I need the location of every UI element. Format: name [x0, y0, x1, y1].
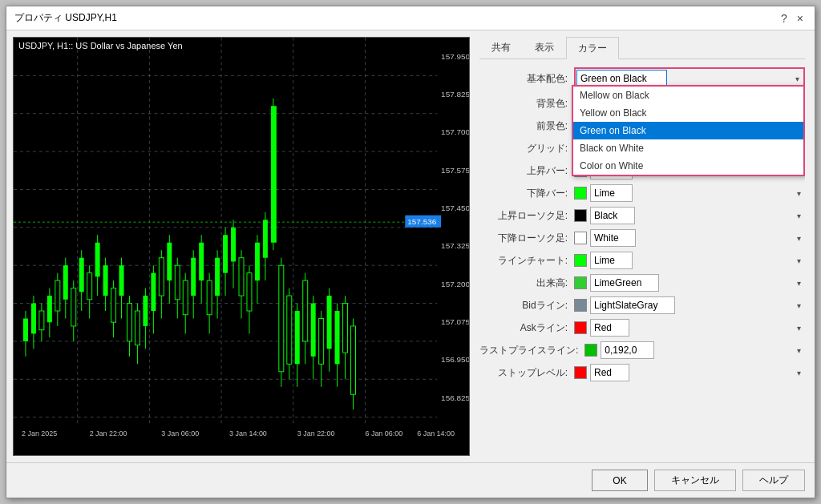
dropdown-item-yellow[interactable]: Yellow on Black: [573, 104, 803, 122]
ask-control: Red: [574, 319, 805, 337]
dekidaka-select-wrapper: LimeGreen: [590, 274, 805, 292]
josho-candle-select[interactable]: Black: [590, 207, 635, 224]
chart-area: USDJPY, H1:: US Dollar vs Japanese Yen: [13, 37, 470, 456]
grid-label: グリッド:: [479, 142, 568, 155]
svg-rect-27: [23, 318, 28, 341]
last-price-row: ラストプライスライン: 0,192,0: [479, 341, 805, 359]
stop-row: ストップレベル: Red: [479, 364, 805, 381]
kakou-candle-swatch[interactable]: [574, 232, 587, 244]
svg-text:3 Jan 22:00: 3 Jan 22:00: [297, 430, 335, 438]
dekidaka-swatch[interactable]: [574, 276, 587, 289]
svg-rect-47: [103, 265, 108, 296]
kakou-bar-select-wrapper: Lime: [590, 184, 805, 202]
line-chart-label: ラインチャート:: [479, 254, 568, 268]
kakou-candle-control: White: [574, 229, 805, 247]
last-price-select-wrapper: 0,192,0: [601, 341, 805, 359]
svg-text:6 Jan 14:00: 6 Jan 14:00: [417, 430, 455, 438]
cancel-button[interactable]: キャンセル: [654, 470, 736, 491]
dekidaka-select[interactable]: LimeGreen: [590, 274, 659, 292]
svg-text:156.825: 156.825: [441, 393, 469, 402]
ask-label: Askライン:: [479, 321, 568, 335]
tab-hyoji[interactable]: 表示: [523, 37, 566, 58]
svg-text:157.200: 157.200: [441, 280, 469, 288]
last-price-control: 0,192,0: [584, 341, 805, 359]
kakou-candle-label: 下降ローソク足:: [479, 232, 568, 245]
stop-select[interactable]: Red: [590, 364, 629, 381]
svg-rect-43: [87, 273, 92, 300]
svg-text:3 Jan 06:00: 3 Jan 06:00: [161, 430, 199, 438]
svg-rect-45: [95, 243, 100, 277]
josho-candle-swatch[interactable]: [574, 209, 587, 222]
svg-rect-69: [191, 258, 196, 296]
bid-label: Bidライン:: [479, 299, 568, 312]
svg-rect-35: [55, 280, 60, 311]
svg-rect-65: [175, 265, 180, 300]
kihon-row: 基本配色: Mellow on Black Yellow on Black Gr…: [479, 67, 805, 90]
dekidaka-label: 出来高:: [479, 276, 568, 290]
kihon-label: 基本配色:: [479, 72, 568, 86]
chart-title: USDJPY, H1:: US Dollar vs Japanese Yen: [18, 41, 183, 50]
svg-text:157.075: 157.075: [441, 317, 469, 326]
tab-kyoyu[interactable]: 共有: [479, 37, 523, 58]
bid-swatch[interactable]: [574, 299, 587, 312]
help-btn[interactable]: ヘルプ: [742, 470, 805, 491]
dropdown-item-green[interactable]: Green on Black: [573, 122, 803, 139]
svg-rect-107: [343, 304, 348, 353]
settings-rows: 基本配色: Mellow on Black Yellow on Black Gr…: [479, 67, 805, 456]
svg-rect-71: [199, 243, 204, 280]
svg-rect-105: [335, 311, 340, 364]
svg-rect-59: [151, 273, 156, 311]
svg-text:156.950: 156.950: [441, 356, 469, 365]
dialog-title: プロパティ USDJPY,H1: [14, 11, 117, 25]
bid-select[interactable]: LightSlateGray: [590, 296, 675, 314]
dekidaka-control: LimeGreen: [574, 274, 805, 292]
ok-button[interactable]: OK: [592, 470, 648, 491]
svg-text:157.700: 157.700: [441, 127, 469, 136]
svg-rect-103: [327, 296, 332, 349]
josho-candle-row: 上昇ローソク足: Black: [479, 207, 805, 224]
stop-swatch[interactable]: [574, 366, 587, 379]
svg-rect-95: [295, 311, 300, 364]
ask-swatch[interactable]: [574, 321, 587, 334]
svg-text:6 Jan 06:00: 6 Jan 06:00: [365, 430, 402, 438]
svg-rect-67: [183, 280, 188, 315]
stop-control: Red: [574, 364, 805, 381]
help-button[interactable]: ?: [778, 12, 791, 25]
dialog-body: USDJPY, H1:: US Dollar vs Japanese Yen: [6, 30, 815, 462]
kakou-candle-row: 下降ローソク足: White: [479, 229, 805, 247]
svg-rect-0: [14, 38, 469, 455]
svg-rect-61: [159, 258, 164, 296]
josho-bar-label: 上昇バー:: [479, 164, 568, 178]
line-chart-select[interactable]: Lime: [590, 252, 633, 269]
bottom-buttons: OK キャンセル ヘルプ: [6, 462, 815, 498]
kakou-bar-select[interactable]: Lime: [590, 184, 633, 202]
josho-candle-control: Black: [574, 207, 805, 224]
haikei-label: 背景色:: [479, 97, 568, 111]
dialog-window: プロパティ USDJPY,H1 ? × USDJPY, H1:: US Doll…: [6, 6, 815, 498]
line-chart-swatch[interactable]: [574, 254, 587, 267]
close-button[interactable]: ×: [794, 12, 807, 25]
ask-select-wrapper: Red: [590, 319, 805, 337]
svg-rect-55: [135, 311, 140, 345]
chart-svg: 157.950 157.825 157.700 157.575 157.450 …: [14, 38, 469, 455]
dropdown-item-mellow[interactable]: Mellow on Black: [573, 87, 803, 104]
svg-rect-39: [71, 288, 76, 326]
svg-text:157.450: 157.450: [441, 204, 469, 212]
last-price-swatch[interactable]: [584, 344, 597, 357]
dropdown-item-color-white[interactable]: Color on White: [573, 157, 803, 175]
kakou-bar-control: Lime: [574, 184, 805, 202]
svg-rect-49: [111, 288, 116, 323]
svg-rect-77: [223, 235, 228, 272]
svg-text:2 Jan 2025: 2 Jan 2025: [22, 430, 57, 438]
ask-select[interactable]: Red: [590, 319, 629, 337]
kakou-candle-select[interactable]: White: [590, 229, 636, 247]
kihon-dropdown[interactable]: Mellow on Black Yellow on Black Green on…: [572, 85, 805, 176]
last-price-select[interactable]: 0,192,0: [601, 341, 654, 359]
svg-text:157.825: 157.825: [441, 90, 469, 99]
kakou-bar-swatch[interactable]: [574, 187, 587, 200]
svg-text:2 Jan 22:00: 2 Jan 22:00: [90, 430, 127, 438]
svg-rect-87: [263, 220, 268, 257]
tab-color[interactable]: カラー: [566, 37, 619, 59]
bid-row: Bidライン: LightSlateGray: [479, 296, 805, 314]
dropdown-item-black-white[interactable]: Black on White: [573, 139, 803, 157]
